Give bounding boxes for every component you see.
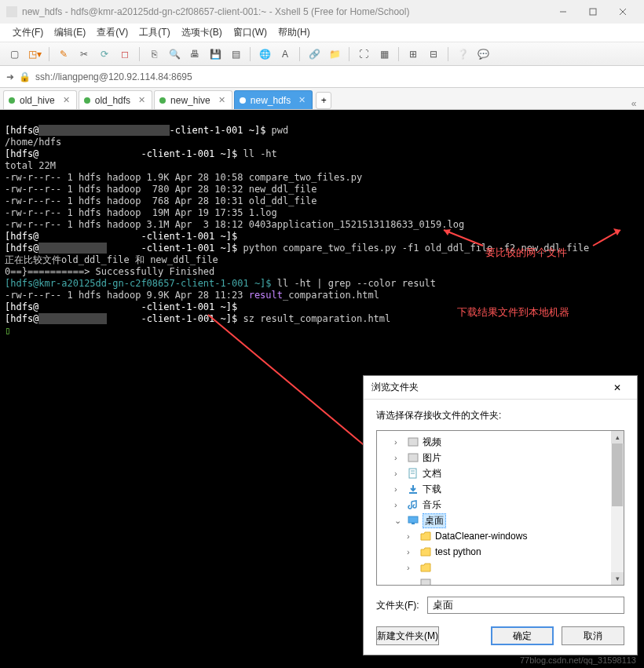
tree-item[interactable]: ›音乐 xyxy=(382,497,619,513)
tree-item-label: test python xyxy=(435,546,481,557)
browse-folder-dialog: 浏览文件夹 ✕ 请选择保存接收文件的文件夹: ›视频›图片›文档›下载›音乐⌄桌… xyxy=(363,375,638,655)
ok-button[interactable]: 确定 xyxy=(491,626,554,645)
remove-icon[interactable]: ⊟ xyxy=(426,46,441,62)
tab-new-hdfs[interactable]: new_hdfs✕ xyxy=(234,90,313,109)
svg-marker-7 xyxy=(613,228,620,235)
svg-line-6 xyxy=(593,230,620,246)
app-icon xyxy=(6,6,17,17)
annotation-arrow-icon xyxy=(589,226,628,250)
folder-name-input[interactable] xyxy=(427,597,624,614)
tree-item[interactable]: ›test python xyxy=(382,544,619,560)
tree-item[interactable]: ›DataCleaner-windows xyxy=(382,528,619,544)
toolbar-dropdown-icon[interactable]: ◳▾ xyxy=(27,46,42,62)
tree-item[interactable]: › xyxy=(382,560,619,575)
stop-icon[interactable]: ◻ xyxy=(117,46,133,62)
pencil-icon[interactable]: ✎ xyxy=(56,46,71,62)
expand-icon[interactable]: › xyxy=(394,469,404,478)
tab-overflow-icon[interactable]: « xyxy=(627,98,641,109)
link-icon[interactable]: 🔗 xyxy=(306,46,322,62)
expand-icon[interactable]: › xyxy=(394,500,404,509)
new-session-icon[interactable]: ▢ xyxy=(6,46,22,62)
svg-rect-17 xyxy=(412,523,415,524)
folder-tree[interactable]: ›视频›图片›文档›下载›音乐⌄桌面›DataCleaner-windows›t… xyxy=(376,430,624,586)
status-dot-icon xyxy=(159,97,166,104)
menu-help[interactable]: 帮助(H) xyxy=(273,24,315,41)
refresh-icon[interactable]: ⟳ xyxy=(97,46,112,62)
scroll-down-icon[interactable]: ▾ xyxy=(611,572,624,585)
menu-file[interactable]: 文件(F) xyxy=(8,24,48,41)
tree-item[interactable]: ›下载 xyxy=(382,481,619,497)
globe-icon[interactable]: 🌐 xyxy=(257,46,273,62)
tab-close-icon[interactable]: ✕ xyxy=(218,95,225,105)
folder-icon xyxy=(419,546,432,557)
scroll-thumb[interactable] xyxy=(612,444,623,506)
tree-item[interactable]: ›图片 xyxy=(382,450,619,465)
folder-field-label: 文件夹(F): xyxy=(376,599,419,612)
scrollbar[interactable]: ▴ ▾ xyxy=(611,431,624,585)
expand-icon[interactable]: › xyxy=(407,531,416,541)
status-dot-icon xyxy=(9,97,15,104)
scissors-icon[interactable]: ✂ xyxy=(76,46,92,62)
separator xyxy=(250,47,251,61)
address-text[interactable]: ssh://liangpeng@120.92.114.84:8695 xyxy=(35,71,192,82)
copy-icon[interactable]: ⎘ xyxy=(146,46,162,62)
tab-new-hive[interactable]: new_hive✕ xyxy=(154,90,232,109)
properties-icon[interactable]: ▤ xyxy=(228,46,243,62)
expand-icon[interactable]: › xyxy=(394,453,404,462)
tree-item[interactable]: ›文档 xyxy=(382,465,619,481)
svg-rect-10 xyxy=(408,438,418,446)
chat-icon[interactable]: 💬 xyxy=(475,46,491,62)
search-icon[interactable]: 🔍 xyxy=(166,46,182,62)
tile-icon[interactable]: ▦ xyxy=(376,46,392,62)
menu-tabs[interactable]: 选项卡(B) xyxy=(177,24,227,41)
window-title: new_hdfs - hdfs@kmr-a20125dd-gn-c2f08657… xyxy=(22,6,548,17)
separator xyxy=(139,47,140,61)
menu-window[interactable]: 窗口(W) xyxy=(229,24,272,41)
close-button[interactable] xyxy=(608,1,638,23)
doc-icon xyxy=(407,468,419,479)
tab-close-icon[interactable]: ✕ xyxy=(138,95,145,105)
addressbar-arrow-icon[interactable]: ➜ xyxy=(6,71,14,82)
folder-icon xyxy=(419,531,432,542)
tab-add-button[interactable]: + xyxy=(316,92,331,109)
menu-tools[interactable]: 工具(T) xyxy=(134,24,174,41)
watermark: 77blog.csdn.net/qq_31598113 xyxy=(520,655,636,665)
addressbar: ➜ 🔒 ssh://liangpeng@120.92.114.84:8695 xyxy=(0,66,644,88)
expand-icon[interactable]: › xyxy=(407,563,416,572)
tree-item[interactable] xyxy=(382,575,619,586)
maximize-button[interactable] xyxy=(578,1,608,23)
tree-item[interactable]: ⌄桌面 xyxy=(382,513,619,528)
expand-icon[interactable]: › xyxy=(407,547,416,557)
toolbar: ▢ ◳▾ ✎ ✂ ⟳ ◻ ⎘ 🔍 🖶 💾 ▤ 🌐 A 🔗 📁 ⛶ ▦ ⊞ ⊟ ❔… xyxy=(0,42,644,66)
fullscreen-icon[interactable]: ⛶ xyxy=(356,46,371,62)
expand-icon[interactable]: › xyxy=(394,437,404,447)
expand-icon[interactable]: › xyxy=(394,484,404,494)
tab-label: old_hdfs xyxy=(95,95,130,106)
minimize-button[interactable] xyxy=(548,1,578,23)
annotation-text: 要比较的两个文件 xyxy=(485,246,567,258)
menu-view[interactable]: 查看(V) xyxy=(92,24,133,41)
menu-edit[interactable]: 编辑(E) xyxy=(49,24,90,41)
tree-item[interactable]: ›视频 xyxy=(382,434,619,450)
cancel-button[interactable]: 取消 xyxy=(562,626,624,645)
tab-old-hive[interactable]: old_hive✕ xyxy=(3,90,77,109)
menubar: 文件(F) 编辑(E) 查看(V) 工具(T) 选项卡(B) 窗口(W) 帮助(… xyxy=(0,24,644,42)
scroll-up-icon[interactable]: ▴ xyxy=(611,431,624,444)
tab-close-icon[interactable]: ✕ xyxy=(63,95,70,105)
annotation-text: 下载结果文件到本地机器 xyxy=(457,306,569,318)
expand-icon[interactable]: ⌄ xyxy=(394,516,404,526)
folder-icon[interactable]: 📁 xyxy=(327,46,342,62)
add-icon[interactable]: ⊞ xyxy=(405,46,421,62)
tab-close-icon[interactable]: ✕ xyxy=(298,95,306,105)
tab-old-hdfs[interactable]: old_hdfs✕ xyxy=(79,90,152,109)
font-icon[interactable]: A xyxy=(277,46,293,62)
separator xyxy=(448,47,448,61)
help-icon[interactable]: ❔ xyxy=(455,46,470,62)
new-folder-button[interactable]: 新建文件夹(M) xyxy=(376,626,439,645)
generic-icon xyxy=(419,578,432,586)
dialog-close-button[interactable]: ✕ xyxy=(606,377,629,399)
save-icon[interactable]: 💾 xyxy=(207,46,223,62)
print-icon[interactable]: 🖶 xyxy=(187,46,203,62)
separator xyxy=(299,47,300,61)
tabbar: old_hive✕ old_hdfs✕ new_hive✕ new_hdfs✕ … xyxy=(0,88,644,110)
